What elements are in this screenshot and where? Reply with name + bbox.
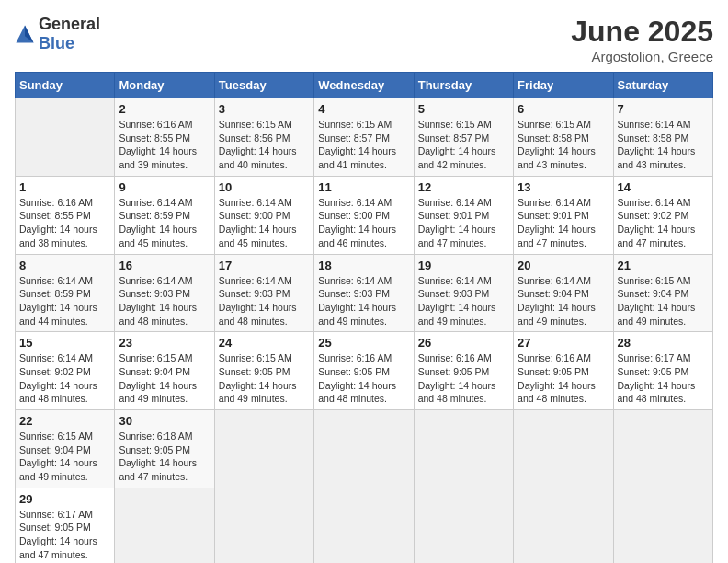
calendar-cell: 30Sunrise: 6:18 AMSunset: 9:05 PMDayligh…: [115, 410, 214, 488]
calendar-cell: 8Sunrise: 6:14 AMSunset: 8:59 PMDaylight…: [16, 254, 115, 332]
day-number: 4: [318, 102, 409, 116]
day-number: 24: [219, 336, 310, 350]
logo: General Blue: [15, 15, 100, 53]
calendar-cell: 15Sunrise: 6:14 AMSunset: 9:02 PMDayligh…: [16, 332, 115, 410]
day-info: Sunrise: 6:17 AMSunset: 9:05 PMDaylight:…: [19, 508, 110, 562]
day-number: 11: [318, 180, 409, 194]
day-number: 5: [418, 102, 509, 116]
day-info: Sunrise: 6:16 AMSunset: 8:55 PMDaylight:…: [19, 196, 110, 250]
day-number: 1: [19, 180, 110, 194]
day-number: 21: [618, 259, 709, 272]
calendar-cell: [613, 410, 712, 488]
day-info: Sunrise: 6:17 AMSunset: 9:05 PMDaylight:…: [618, 351, 709, 406]
day-info: Sunrise: 6:16 AMSunset: 8:55 PMDaylight:…: [119, 118, 210, 172]
calendar-cell: [613, 488, 712, 563]
calendar-cell: [314, 488, 414, 563]
calendar-cell: 5Sunrise: 6:15 AMSunset: 8:57 PMDaylight…: [414, 98, 513, 177]
day-number: 28: [618, 336, 709, 350]
day-info: Sunrise: 6:14 AMSunset: 9:02 PMDaylight:…: [618, 196, 709, 250]
calendar-table: SundayMondayTuesdayWednesdayThursdayFrid…: [15, 72, 713, 563]
weekday-header-monday: Monday: [115, 73, 214, 98]
day-number: 8: [19, 259, 110, 272]
calendar-cell: 7Sunrise: 6:14 AMSunset: 8:58 PMDaylight…: [613, 98, 712, 177]
day-info: Sunrise: 6:14 AMSunset: 9:00 PMDaylight:…: [219, 196, 310, 250]
calendar-week-row: 1Sunrise: 6:16 AMSunset: 8:55 PMDaylight…: [16, 176, 713, 254]
calendar-cell: [414, 488, 513, 563]
day-info: Sunrise: 6:14 AMSunset: 9:01 PMDaylight:…: [418, 196, 509, 250]
day-number: 18: [318, 259, 409, 272]
calendar-cell: 17Sunrise: 6:14 AMSunset: 9:03 PMDayligh…: [214, 254, 313, 332]
calendar-cell: 28Sunrise: 6:17 AMSunset: 9:05 PMDayligh…: [613, 332, 712, 410]
day-info: Sunrise: 6:15 AMSunset: 8:56 PMDaylight:…: [219, 118, 310, 172]
calendar-cell: 6Sunrise: 6:15 AMSunset: 8:58 PMDaylight…: [514, 98, 613, 177]
weekday-header-tuesday: Tuesday: [214, 73, 313, 98]
calendar-cell: [16, 98, 115, 177]
day-number: 9: [119, 180, 210, 194]
day-number: 26: [418, 336, 509, 350]
day-number: 2: [119, 102, 210, 116]
calendar-cell: 20Sunrise: 6:14 AMSunset: 9:04 PMDayligh…: [514, 254, 613, 332]
logo-blue-text: Blue: [39, 34, 74, 52]
calendar-cell: 24Sunrise: 6:15 AMSunset: 9:05 PMDayligh…: [214, 332, 313, 410]
day-number: 29: [19, 492, 110, 506]
day-number: 6: [518, 102, 609, 116]
calendar-cell: 25Sunrise: 6:16 AMSunset: 9:05 PMDayligh…: [314, 332, 414, 410]
header: General Blue June 2025 Argostolion, Gree…: [15, 15, 713, 64]
calendar-cell: 1Sunrise: 6:16 AMSunset: 8:55 PMDaylight…: [16, 176, 115, 254]
weekday-header-sunday: Sunday: [16, 73, 115, 98]
generalblue-logo-icon: [15, 24, 35, 44]
day-info: Sunrise: 6:14 AMSunset: 9:01 PMDaylight:…: [518, 196, 609, 250]
day-info: Sunrise: 6:14 AMSunset: 9:03 PMDaylight:…: [119, 274, 210, 328]
day-number: 20: [518, 259, 609, 272]
day-info: Sunrise: 6:15 AMSunset: 9:05 PMDaylight:…: [219, 351, 310, 406]
day-number: 15: [19, 336, 110, 350]
day-info: Sunrise: 6:14 AMSunset: 9:02 PMDaylight:…: [19, 351, 110, 406]
calendar-cell: 27Sunrise: 6:16 AMSunset: 9:05 PMDayligh…: [514, 332, 613, 410]
calendar-cell: 9Sunrise: 6:14 AMSunset: 8:59 PMDaylight…: [115, 176, 214, 254]
day-number: 16: [119, 259, 210, 272]
logo-general-text: General: [39, 15, 100, 33]
day-info: Sunrise: 6:14 AMSunset: 9:03 PMDaylight:…: [418, 274, 509, 328]
day-info: Sunrise: 6:15 AMSunset: 9:04 PMDaylight:…: [618, 274, 709, 328]
day-info: Sunrise: 6:14 AMSunset: 8:59 PMDaylight:…: [119, 196, 210, 250]
day-info: Sunrise: 6:16 AMSunset: 9:05 PMDaylight:…: [318, 351, 409, 406]
calendar-cell: [514, 410, 613, 488]
day-info: Sunrise: 6:15 AMSunset: 9:04 PMDaylight:…: [119, 351, 210, 406]
calendar-cell: 26Sunrise: 6:16 AMSunset: 9:05 PMDayligh…: [414, 332, 513, 410]
day-number: 22: [19, 414, 110, 428]
calendar-cell: 4Sunrise: 6:15 AMSunset: 8:57 PMDaylight…: [314, 98, 414, 177]
calendar-cell: 19Sunrise: 6:14 AMSunset: 9:03 PMDayligh…: [414, 254, 513, 332]
day-info: Sunrise: 6:16 AMSunset: 9:05 PMDaylight:…: [518, 351, 609, 406]
calendar-week-row: 22Sunrise: 6:15 AMSunset: 9:04 PMDayligh…: [16, 410, 713, 488]
weekday-header-thursday: Thursday: [414, 73, 513, 98]
day-info: Sunrise: 6:14 AMSunset: 9:03 PMDaylight:…: [219, 274, 310, 328]
calendar-cell: [214, 488, 313, 563]
weekday-header-wednesday: Wednesday: [314, 73, 414, 98]
day-number: 3: [219, 102, 310, 116]
calendar-cell: 3Sunrise: 6:15 AMSunset: 8:56 PMDaylight…: [214, 98, 313, 177]
day-info: Sunrise: 6:15 AMSunset: 8:57 PMDaylight:…: [318, 118, 409, 172]
calendar-cell: 29Sunrise: 6:17 AMSunset: 9:05 PMDayligh…: [16, 488, 115, 563]
day-info: Sunrise: 6:15 AMSunset: 8:58 PMDaylight:…: [518, 118, 609, 172]
day-number: 27: [518, 336, 609, 350]
calendar-cell: 21Sunrise: 6:15 AMSunset: 9:04 PMDayligh…: [613, 254, 712, 332]
weekday-header-friday: Friday: [514, 73, 613, 98]
weekday-header-saturday: Saturday: [613, 73, 712, 98]
calendar-title: June 2025: [571, 15, 713, 49]
day-info: Sunrise: 6:16 AMSunset: 9:05 PMDaylight:…: [418, 351, 509, 406]
calendar-week-row: 15Sunrise: 6:14 AMSunset: 9:02 PMDayligh…: [16, 332, 713, 410]
calendar-cell: 2Sunrise: 6:16 AMSunset: 8:55 PMDaylight…: [115, 98, 214, 177]
calendar-cell: 23Sunrise: 6:15 AMSunset: 9:04 PMDayligh…: [115, 332, 214, 410]
day-info: Sunrise: 6:14 AMSunset: 9:04 PMDaylight:…: [518, 274, 609, 328]
calendar-week-row: 29Sunrise: 6:17 AMSunset: 9:05 PMDayligh…: [16, 488, 713, 563]
calendar-week-row: 2Sunrise: 6:16 AMSunset: 8:55 PMDaylight…: [16, 98, 713, 177]
calendar-cell: [514, 488, 613, 563]
calendar-cell: 12Sunrise: 6:14 AMSunset: 9:01 PMDayligh…: [414, 176, 513, 254]
day-info: Sunrise: 6:14 AMSunset: 9:03 PMDaylight:…: [318, 274, 409, 328]
day-number: 19: [418, 259, 509, 272]
day-info: Sunrise: 6:18 AMSunset: 9:05 PMDaylight:…: [119, 430, 210, 484]
day-number: 7: [618, 102, 709, 116]
calendar-header-row: SundayMondayTuesdayWednesdayThursdayFrid…: [16, 73, 713, 98]
day-number: 14: [618, 180, 709, 194]
calendar-subtitle: Argostolion, Greece: [571, 49, 713, 64]
